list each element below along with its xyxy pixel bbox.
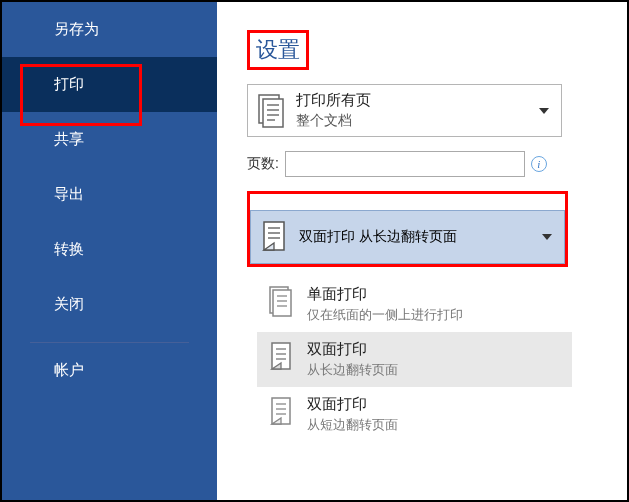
sidebar-item-label: 导出 — [54, 185, 84, 202]
pages-row: 页数: i — [247, 151, 617, 177]
pages-label: 页数: — [247, 155, 279, 173]
duplex-sub: 从长边翻转页面 — [359, 228, 457, 244]
option-title: 双面打印 — [307, 340, 398, 359]
svg-rect-11 — [273, 290, 291, 316]
page-flip-icon — [267, 340, 295, 374]
option-title: 双面打印 — [307, 395, 398, 414]
sidebar-item-close[interactable]: 关闭 — [2, 277, 217, 332]
option-duplex-short-edge[interactable]: 双面打印 从短边翻转页面 — [257, 387, 572, 442]
option-sub: 仅在纸面的一侧上进行打印 — [307, 306, 463, 324]
page-icon — [267, 285, 295, 319]
content-panel: 设置 打印所有页 整个文档 页数: i — [217, 2, 627, 500]
document-icon — [256, 93, 286, 129]
option-sub: 从长边翻转页面 — [307, 361, 398, 379]
print-scope-sub: 整个文档 — [296, 112, 535, 130]
svg-rect-1 — [263, 99, 283, 127]
pages-input[interactable] — [285, 151, 525, 177]
option-title: 单面打印 — [307, 285, 463, 304]
duplex-dropdown[interactable]: 双面打印 从长边翻转页面 — [250, 210, 565, 264]
sidebar-item-save-as[interactable]: 另存为 — [2, 2, 217, 57]
sidebar-item-share[interactable]: 共享 — [2, 112, 217, 167]
option-sub: 从短边翻转页面 — [307, 416, 398, 434]
sidebar-item-label: 另存为 — [54, 20, 99, 37]
option-single-sided[interactable]: 单面打印 仅在纸面的一侧上进行打印 — [257, 277, 572, 332]
option-duplex-long-edge[interactable]: 双面打印 从长边翻转页面 — [257, 332, 572, 387]
duplex-title: 双面打印 — [299, 228, 355, 244]
duplex-option-list: 单面打印 仅在纸面的一侧上进行打印 双面打印 从长边翻转页面 — [257, 277, 572, 442]
page-flip-icon — [259, 219, 289, 255]
sidebar-item-label: 帐户 — [54, 361, 84, 378]
settings-heading: 设置 — [250, 33, 306, 67]
sidebar-item-account[interactable]: 帐户 — [2, 343, 217, 398]
sidebar-item-label: 转换 — [54, 240, 84, 257]
sidebar: 另存为 打印 共享 导出 转换 关闭 帐户 — [2, 2, 217, 500]
info-icon[interactable]: i — [531, 156, 547, 172]
sidebar-item-label: 关闭 — [54, 295, 84, 312]
print-scope-dropdown[interactable]: 打印所有页 整个文档 — [247, 84, 562, 137]
sidebar-item-print[interactable]: 打印 — [2, 57, 217, 112]
annotation-highlight: 设置 — [247, 30, 309, 70]
sidebar-item-label: 共享 — [54, 130, 84, 147]
chevron-down-icon — [542, 234, 552, 240]
chevron-down-icon — [539, 108, 549, 114]
annotation-highlight: 双面打印 从长边翻转页面 — [247, 191, 568, 267]
sidebar-item-convert[interactable]: 转换 — [2, 222, 217, 277]
page-flip-icon — [267, 395, 295, 429]
print-scope-title: 打印所有页 — [296, 91, 535, 110]
sidebar-item-label: 打印 — [54, 75, 84, 92]
sidebar-item-export[interactable]: 导出 — [2, 167, 217, 222]
